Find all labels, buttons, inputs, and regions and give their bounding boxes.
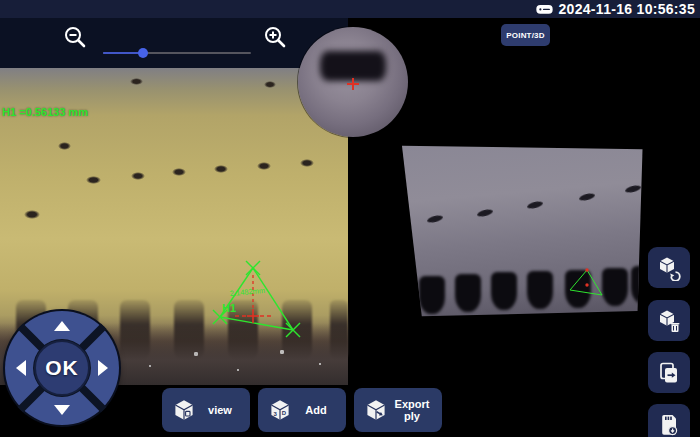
- add-button[interactable]: 3 D Add: [258, 388, 346, 432]
- view-button[interactable]: view: [162, 388, 250, 432]
- loupe-preview: [298, 27, 408, 137]
- cube-export-icon: [364, 398, 388, 422]
- add-button-label: Add: [292, 404, 346, 416]
- cube-delete-icon: [656, 308, 682, 334]
- ok-button[interactable]: OK: [34, 340, 90, 396]
- clock: 2024-11-16 10:56:35: [535, 0, 695, 18]
- vertex-x-markers: [213, 261, 300, 337]
- zoom-slider[interactable]: [103, 52, 251, 54]
- point-label: H1: [222, 302, 236, 314]
- measurement-readout: H1 =0.56133 mm: [2, 106, 88, 118]
- cursor-marker: [585, 283, 588, 286]
- surface-hole: [131, 172, 145, 180]
- cloud-hole: [477, 208, 494, 218]
- surface-hole: [264, 81, 276, 88]
- cloud-notch: [527, 271, 553, 309]
- copy-export-button[interactable]: [648, 352, 690, 393]
- cloud-notch: [455, 274, 481, 312]
- surface-hole: [58, 142, 71, 150]
- loupe-crosshair-icon: [347, 78, 359, 90]
- dpad-control: OK: [5, 311, 119, 425]
- cloud-hole: [625, 184, 642, 194]
- zoom-out-button[interactable]: [62, 24, 88, 50]
- arrow-up-icon[interactable]: [54, 321, 70, 331]
- surface-hole: [172, 168, 186, 176]
- zoom-in-button[interactable]: [262, 24, 288, 50]
- cloud-notch: [491, 272, 517, 310]
- storage-drive-icon: [535, 2, 554, 16]
- svg-text:D: D: [282, 410, 287, 416]
- zoom-slider-thumb[interactable]: [138, 48, 148, 58]
- cursor-crosshair: [235, 275, 271, 323]
- rotate-model-button[interactable]: [648, 247, 690, 288]
- arrow-left-icon[interactable]: [16, 360, 26, 376]
- edge-length-label: 2.1482mm: [229, 286, 265, 298]
- surface-hole: [86, 176, 101, 184]
- magnifier-minus-icon: [62, 24, 88, 50]
- delete-model-button[interactable]: [648, 300, 690, 341]
- save-to-sd-button[interactable]: [648, 404, 690, 437]
- ok-label: OK: [45, 356, 79, 380]
- copy-pages-icon: [656, 360, 682, 386]
- cloud-hole: [579, 192, 596, 202]
- view-button-label: view: [196, 404, 250, 416]
- surface-hole: [130, 78, 143, 85]
- measurement-screen: 2024-11-16 10:56:35: [0, 0, 700, 437]
- datetime-text: 2024-11-16 10:56:35: [559, 1, 695, 17]
- surface-hole: [257, 162, 271, 170]
- surface-hole: [300, 159, 314, 167]
- vertex-marker: [585, 268, 588, 271]
- arrow-down-icon[interactable]: [54, 405, 70, 415]
- surface-hole: [24, 210, 40, 219]
- zoom-panel: [0, 18, 348, 68]
- cube-add-icon: 3 D: [268, 398, 292, 422]
- point-3d-mode-button[interactable]: POINT/3D: [501, 24, 550, 46]
- cube-view-icon: [172, 398, 196, 422]
- export-ply-button[interactable]: Export ply: [354, 388, 442, 432]
- loupe-notch-detail: [320, 51, 386, 81]
- arrow-right-icon[interactable]: [98, 360, 108, 376]
- cloud-hole: [427, 214, 444, 224]
- point-cloud-annotation: [556, 256, 620, 306]
- measurement-annotation: H1 2.1482mm: [188, 248, 358, 358]
- export-ply-button-label: Export ply: [388, 398, 442, 422]
- status-bar: 2024-11-16 10:56:35: [0, 0, 700, 18]
- cloud-notch: [419, 276, 445, 314]
- cloud-hole: [527, 200, 544, 210]
- magnifier-plus-icon: [262, 24, 288, 50]
- mode-button-label: POINT/3D: [506, 31, 545, 40]
- surface-hole: [214, 165, 228, 173]
- cube-rotate-icon: [656, 255, 682, 281]
- sd-card-save-icon: [656, 412, 682, 437]
